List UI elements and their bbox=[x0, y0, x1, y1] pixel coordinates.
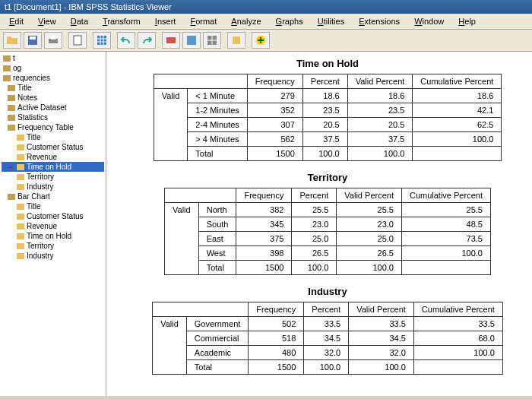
tree-item-label: requencies bbox=[13, 74, 50, 82]
svg-rect-4 bbox=[74, 36, 81, 45]
cell: 100.0 bbox=[347, 147, 413, 161]
cell: 25.0 bbox=[292, 232, 337, 246]
menu-transform[interactable]: Transform bbox=[97, 15, 147, 27]
print-button[interactable] bbox=[44, 32, 62, 49]
tree-item[interactable]: t bbox=[2, 53, 104, 63]
redo-button[interactable] bbox=[138, 32, 156, 49]
row-label: South bbox=[198, 217, 236, 232]
row-label: Total bbox=[188, 147, 247, 161]
menu-extensions[interactable]: Extensions bbox=[353, 15, 406, 27]
cell: 20.5 bbox=[347, 118, 413, 132]
tree-item[interactable]: Industry bbox=[2, 182, 104, 192]
tree-item[interactable]: Time on Hold bbox=[2, 231, 104, 241]
table-row: Total1500100.0100.0 bbox=[153, 360, 503, 375]
tree-item[interactable]: Active Dataset bbox=[2, 103, 104, 112]
svg-rect-9 bbox=[233, 36, 240, 44]
tree-item-label: Revenue bbox=[27, 222, 57, 230]
tree-item[interactable]: Title bbox=[2, 201, 104, 211]
menu-analyze[interactable]: Analyze bbox=[225, 15, 267, 27]
cell: 1500 bbox=[247, 147, 302, 161]
tree-item[interactable]: Notes bbox=[2, 93, 104, 103]
tree-item[interactable]: Customer Status bbox=[2, 211, 104, 221]
cell: 20.5 bbox=[302, 118, 347, 132]
cell: 100.0 bbox=[337, 261, 402, 275]
menu-format[interactable]: Format bbox=[184, 15, 223, 27]
svg-rect-3 bbox=[51, 36, 55, 40]
goto-case-button[interactable] bbox=[182, 32, 201, 49]
select-button[interactable] bbox=[227, 32, 245, 49]
row-label: < 1 Minute bbox=[188, 89, 247, 103]
frequency-table[interactable]: FrequencyPercentValid PercentCumulative … bbox=[152, 302, 503, 375]
table-row: 1-2 Minutes35223.523.542.1 bbox=[154, 103, 502, 118]
cell: 34.5 bbox=[349, 331, 414, 346]
menu-help[interactable]: Help bbox=[452, 15, 482, 27]
menu-window[interactable]: Window bbox=[408, 15, 450, 27]
tree-item[interactable]: og bbox=[2, 63, 104, 73]
tree-item[interactable]: requencies bbox=[2, 73, 104, 83]
frequency-table-block: TerritoryFrequencyPercentValid PercentCu… bbox=[129, 172, 526, 275]
menu-data[interactable]: Data bbox=[65, 15, 94, 27]
cell: 279 bbox=[247, 89, 302, 103]
group-label: Valid bbox=[154, 89, 188, 161]
cell: 42.1 bbox=[413, 103, 502, 118]
tree-item-label: Notes bbox=[17, 93, 37, 102]
tree-item[interactable]: Revenue bbox=[2, 152, 104, 162]
tree-item[interactable]: Statistics bbox=[2, 112, 104, 122]
cell: 562 bbox=[247, 132, 302, 147]
tree-item[interactable]: Bar Chart bbox=[2, 192, 104, 201]
tree-item[interactable]: Title bbox=[2, 132, 104, 142]
save-button[interactable] bbox=[24, 32, 42, 49]
cell: 1500 bbox=[236, 261, 292, 275]
row-label: 1-2 Minutes bbox=[188, 103, 247, 118]
row-label: Government bbox=[186, 317, 249, 331]
page-icon bbox=[71, 34, 84, 46]
tree-node-icon bbox=[8, 84, 15, 92]
table-row: ValidGovernment50233.533.533.5 bbox=[153, 317, 503, 331]
tree-item[interactable]: Territory bbox=[2, 172, 104, 182]
tree-node-icon bbox=[8, 124, 15, 131]
tree-item[interactable]: Time on Hold bbox=[2, 162, 104, 172]
open-button[interactable] bbox=[3, 32, 21, 49]
tree-item[interactable]: Revenue bbox=[2, 221, 104, 231]
cell: 518 bbox=[249, 331, 304, 346]
tree-node-icon bbox=[17, 144, 24, 151]
frequency-table[interactable]: FrequencyPercentValid PercentCumulative … bbox=[154, 74, 502, 161]
menu-view[interactable]: View bbox=[32, 15, 62, 27]
col-header: Valid Percent bbox=[349, 302, 414, 317]
window-title: t1 [Document1] - IBM SPSS Statistics Vie… bbox=[5, 2, 172, 11]
menu-edit[interactable]: Edit bbox=[3, 15, 30, 27]
tree-item-label: og bbox=[13, 64, 21, 72]
variables-button[interactable] bbox=[203, 32, 221, 49]
disk-icon bbox=[27, 34, 39, 46]
table-row: Academic48032.032.0100.0 bbox=[153, 346, 503, 360]
frequency-table[interactable]: FrequencyPercentValid PercentCumulative … bbox=[164, 188, 491, 275]
menu-graphs[interactable]: Graphs bbox=[270, 15, 309, 27]
tree-item-label: Customer Status bbox=[27, 212, 83, 220]
svg-rect-15 bbox=[8, 95, 15, 101]
tree-item-label: Title bbox=[27, 202, 41, 211]
target-icon bbox=[165, 34, 177, 46]
svg-rect-18 bbox=[8, 125, 15, 131]
tree-item[interactable]: Industry bbox=[2, 251, 104, 261]
menu-insert[interactable]: Insert bbox=[149, 15, 182, 27]
insert-button[interactable] bbox=[252, 32, 270, 49]
goto-button[interactable] bbox=[162, 32, 180, 49]
row-label: Academic bbox=[186, 346, 249, 360]
tree-item[interactable]: Territory bbox=[2, 241, 104, 251]
data-button[interactable] bbox=[93, 32, 111, 49]
tree-item[interactable]: Customer Status bbox=[2, 142, 104, 152]
output-viewer[interactable]: Time on HoldFrequencyPercentValid Percen… bbox=[106, 52, 532, 396]
menu-utilities[interactable]: Utilities bbox=[312, 15, 350, 27]
window-titlebar: t1 [Document1] - IBM SPSS Statistics Vie… bbox=[0, 0, 532, 14]
cell: 37.5 bbox=[302, 132, 347, 147]
preview-button[interactable] bbox=[68, 32, 87, 49]
select-icon bbox=[230, 34, 242, 46]
cell: 32.0 bbox=[349, 346, 414, 360]
outline-tree[interactable]: togrequenciesTitleNotesActive DatasetSta… bbox=[0, 52, 106, 396]
undo-button[interactable] bbox=[117, 32, 135, 49]
cell: 1500 bbox=[249, 360, 304, 375]
tree-item[interactable]: Title bbox=[2, 83, 104, 93]
col-header: Frequency bbox=[249, 302, 304, 317]
tree-item[interactable]: Frequency Table bbox=[2, 122, 104, 132]
svg-rect-27 bbox=[17, 214, 24, 220]
